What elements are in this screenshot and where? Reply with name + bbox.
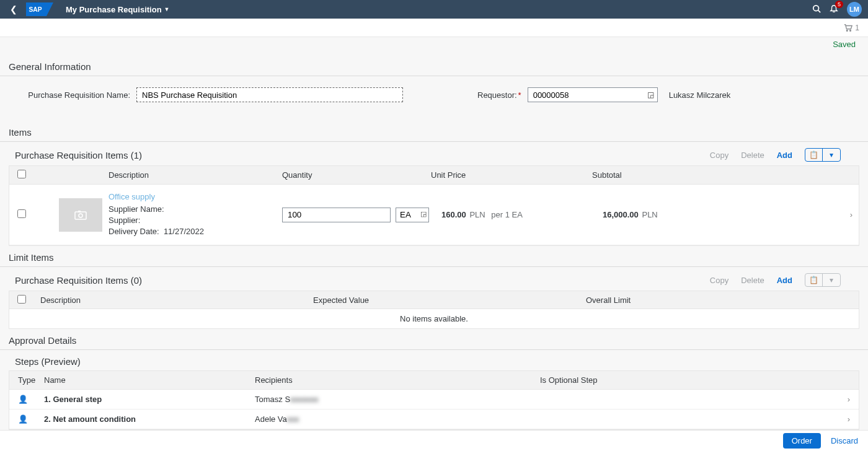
shell-left: ❮ SAP My Purchase Requisition ▼ [6,2,170,17]
col-type: Type [9,375,44,385]
cart-count: 1 [855,24,859,32]
status-row: Saved [0,37,868,55]
step-row: 👤 2. Net amount condition Adele Vaxxx › [9,409,859,429]
limit-panel-actions: Copy Delete Add 📋 ▾ [710,273,859,287]
app-title-dropdown[interactable]: My Purchase Requisition ▼ [66,5,170,14]
notification-badge: 5 [835,1,843,8]
svg-point-2 [813,5,819,11]
items-panel-title: Purchase Requisition Items (1) [15,150,142,160]
step-2-nav[interactable]: › [834,414,859,424]
status-saved: Saved [833,40,856,49]
col-description: Description [102,170,276,180]
requestor-name-text: Lukasz Milczarek [669,90,731,100]
steps-table-header: Type Name Recipients Is Optional Step [9,371,859,390]
cart-button[interactable]: 1 [844,24,859,32]
unit-value-help-icon[interactable]: ◲ [420,210,427,218]
section-items-title: Items [0,121,868,142]
avatar[interactable]: LM [847,2,862,17]
limit-col-expected: Expected Value [307,296,580,305]
requestor-label: Requestor:* [477,90,521,100]
unit-price-per: per 1 EA [491,210,523,219]
delivery-date-label: Delivery Date: [108,227,159,236]
paste-dropdown-icon[interactable]: ▾ [823,149,840,161]
unit-price-currency: PLN [469,210,485,219]
notifications-icon[interactable]: 5 [830,4,838,15]
subtotal-value: 16,000.00 [603,210,639,219]
col-subtotal: Subtotal [586,170,834,180]
col-optional: Is Optional Step [540,375,834,385]
items-panel-head: Purchase Requisition Items (1) Copy Dele… [0,142,868,165]
step-1-recipient: Tomasz S [255,395,290,404]
col-unit-price: Unit Price [425,170,586,180]
svg-point-5 [847,30,848,31]
items-select-all[interactable] [17,170,26,178]
requestor-input[interactable] [528,87,658,102]
app-title-text: My Purchase Requisition [66,5,162,14]
back-button[interactable]: ❮ [6,4,21,14]
shell-right: 5 LM [812,2,862,17]
item-row: Office supply Supplier Name: Supplier: D… [9,185,859,245]
section-general-title: General Information [0,55,868,76]
subtotal-currency: PLN [642,210,657,219]
quantity-input[interactable] [282,208,391,222]
step-2-name: 2. Net amount condition [44,414,255,424]
shell-bar: ❮ SAP My Purchase Requisition ▼ 5 LM [0,0,868,19]
svg-point-6 [850,30,851,31]
step-2-recipient: Adele Va [255,414,287,424]
steps-table: Type Name Recipients Is Optional Step 👤 … [9,370,859,430]
limit-delete-button[interactable]: Delete [741,276,764,285]
item-image-placeholder [59,198,102,232]
items-panel-actions: Copy Delete Add 📋 ▾ [710,148,859,162]
svg-line-3 [818,10,821,12]
limit-select-all[interactable] [17,295,26,304]
limit-panel-head: Purchase Requisition Items (0) Copy Dele… [0,267,868,291]
approval-panel-title: Steps (Preview) [15,356,81,367]
section-approval-title: Approval Details [0,329,868,350]
step-1-nav[interactable]: › [834,395,859,404]
col-recipients: Recipients [255,375,540,385]
value-help-icon[interactable]: ◲ [647,90,654,99]
approval-panel-head: Steps (Preview) [0,350,868,370]
person-icon: 👤 [18,395,28,404]
limit-table: Description Expected Value Overall Limit… [0,291,868,329]
svg-rect-7 [75,212,86,219]
limit-paste-dropdown-icon: ▾ [823,274,840,286]
avatar-initials: LM [849,6,859,13]
items-table-header: Description Quantity Unit Price Subtotal [9,166,859,185]
items-table: Description Quantity Unit Price Subtotal… [9,165,859,246]
section-limit-title: Limit Items [0,246,868,267]
limit-add-button[interactable]: Add [777,276,792,285]
col-name: Name [44,375,255,385]
limit-copy-button[interactable]: Copy [710,276,728,285]
item-row-nav[interactable]: › [834,210,859,219]
items-delete-button[interactable]: Delete [741,151,764,160]
supplier-name-label: Supplier Name: [108,204,164,214]
requestor-row: Requestor:* ◲ Lukasz Milczarek [477,87,730,102]
sap-logo: SAP [26,2,56,17]
search-icon[interactable] [812,4,821,15]
svg-rect-9 [78,211,81,212]
items-copy-button[interactable]: Copy [710,151,728,160]
order-button[interactable]: Order [783,433,821,449]
limit-table-header: Description Expected Value Overall Limit [9,291,859,309]
pr-name-input[interactable] [136,87,403,102]
paste-icon[interactable]: 📋 [805,149,823,161]
svg-point-8 [79,214,82,217]
footer-bar: Order Discard [0,430,868,451]
items-paste-group: 📋 ▾ [805,148,841,162]
svg-text:SAP: SAP [29,6,42,13]
delivery-date-value: 11/27/2022 [164,227,204,236]
step-1-name: 1. General step [44,395,255,404]
general-form: Purchase Requisition Name: Requestor:* ◲… [0,76,868,121]
item-row-checkbox[interactable] [17,209,26,218]
unit-price-value: 160.00 [441,210,466,219]
item-description-link[interactable]: Office supply [108,192,270,201]
limit-empty-text: No items available. [9,309,859,329]
pr-name-row: Purchase Requisition Name: [12,87,403,102]
discard-button[interactable]: Discard [831,436,858,445]
items-add-button[interactable]: Add [777,151,792,160]
col-quantity: Quantity [276,170,425,180]
limit-panel-title: Purchase Requisition Items (0) [15,275,142,286]
subheader: 1 [0,19,868,37]
person-icon: 👤 [18,414,28,424]
